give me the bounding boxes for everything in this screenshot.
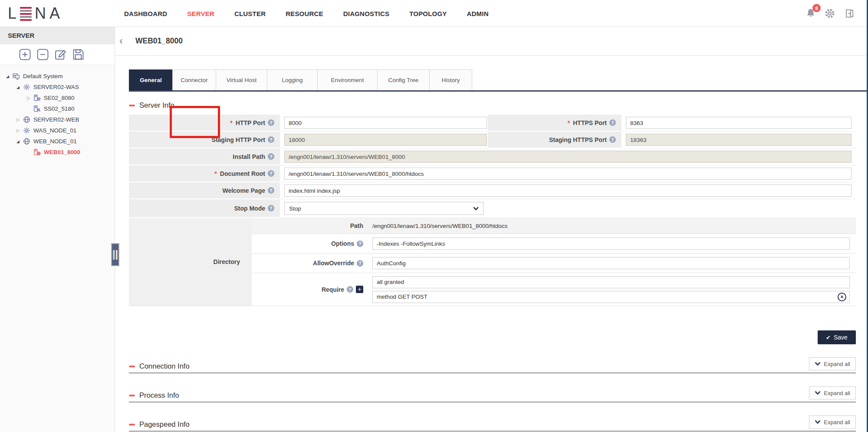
help-icon[interactable] bbox=[609, 136, 616, 143]
section-dash-icon bbox=[129, 395, 135, 396]
nav-admin[interactable]: ADMIN bbox=[467, 10, 489, 17]
install-path-input bbox=[284, 151, 852, 163]
expander-closed-icon[interactable] bbox=[16, 128, 23, 133]
was-node-icon bbox=[23, 127, 30, 134]
tree-item-ss02-5180[interactable]: SS02_5180 bbox=[0, 103, 115, 114]
remove-node-icon[interactable] bbox=[37, 49, 49, 60]
expand-all-label: Expand all bbox=[824, 361, 850, 367]
help-icon[interactable] bbox=[268, 119, 274, 126]
help-icon[interactable] bbox=[609, 119, 616, 126]
expand-all-pagespeed-button[interactable]: Expand all bbox=[809, 416, 856, 429]
expander-open-icon[interactable] bbox=[6, 74, 13, 79]
field-label: Staging HTTP Port bbox=[212, 136, 265, 143]
system-icon bbox=[13, 73, 20, 80]
field-label: HTTPS Port bbox=[573, 119, 607, 126]
nav-cluster[interactable]: CLUSTER bbox=[234, 10, 266, 17]
tab-logging[interactable]: Logging bbox=[267, 69, 318, 90]
welcome-page-input[interactable] bbox=[284, 185, 852, 197]
help-icon[interactable] bbox=[347, 286, 353, 293]
lena-logo[interactable]: L N A bbox=[8, 5, 60, 22]
expander-closed-icon[interactable] bbox=[16, 117, 23, 122]
tab-config-tree[interactable]: Config Tree bbox=[377, 69, 430, 90]
staging-http-port-label-cell: Staging HTTP Port bbox=[129, 132, 280, 148]
server-tree: Default System SERVER02-WAS SE02_8080 SS… bbox=[0, 65, 115, 158]
staging-http-port-field-cell bbox=[280, 132, 488, 148]
stop-mode-select[interactable]: Stop bbox=[284, 202, 483, 215]
expand-all-connection-button[interactable]: Expand all bbox=[809, 357, 856, 370]
tree-item-label: SERVER02-WAS bbox=[33, 84, 79, 90]
field-label: Path bbox=[350, 222, 363, 229]
nav-diagnostics[interactable]: DIAGNOSTICS bbox=[343, 10, 389, 17]
tree-item-label: SS02_5180 bbox=[44, 106, 75, 112]
field-label: Require bbox=[322, 286, 344, 293]
nav-resource[interactable]: RESOURCE bbox=[286, 10, 323, 17]
require-label-cell: Require bbox=[252, 286, 369, 293]
tab-connector[interactable]: Connector bbox=[172, 69, 216, 90]
save-button[interactable]: Save bbox=[818, 330, 856, 344]
nav-dashboard[interactable]: DASHBOARD bbox=[124, 10, 167, 17]
chevron-left-icon[interactable]: ‹ bbox=[119, 33, 123, 49]
tree-item-server02-was[interactable]: SERVER02-WAS bbox=[0, 82, 115, 92]
document-root-label-cell: Document Root bbox=[129, 165, 280, 182]
header-icons: 8 bbox=[805, 0, 855, 27]
stop-mode-field-cell: Stop bbox=[280, 199, 856, 218]
expand-all-label: Expand all bbox=[824, 419, 850, 425]
logout-icon[interactable] bbox=[844, 8, 855, 19]
tree-item-was-node-01[interactable]: WAS_NODE_01 bbox=[0, 125, 115, 136]
http-port-label-cell: HTTP Port bbox=[129, 115, 280, 132]
section-dash-icon bbox=[129, 105, 135, 106]
options-input[interactable] bbox=[372, 237, 850, 250]
staging-http-port-input bbox=[284, 134, 487, 146]
expander-open-icon[interactable] bbox=[16, 85, 23, 89]
logo-letter-l: L bbox=[8, 5, 17, 22]
help-icon[interactable] bbox=[357, 241, 363, 247]
section-title: Connection Info bbox=[139, 362, 190, 370]
help-icon[interactable] bbox=[268, 205, 274, 211]
require-input-2[interactable] bbox=[372, 291, 850, 303]
help-icon[interactable] bbox=[268, 136, 274, 143]
expander-open-icon[interactable] bbox=[16, 139, 23, 144]
web-node-icon bbox=[23, 116, 30, 123]
nav-topology[interactable]: TOPOLOGY bbox=[409, 10, 447, 17]
tree-item-label: WEB_NODE_01 bbox=[33, 138, 77, 145]
welcome-page-field-cell bbox=[280, 182, 856, 199]
tab-history[interactable]: History bbox=[429, 69, 472, 90]
content-body: General Connector Virtual Host Logging E… bbox=[115, 69, 867, 432]
tree-item-se02-8080[interactable]: SE02_8080 bbox=[0, 92, 115, 103]
gear-icon[interactable] bbox=[825, 8, 836, 19]
install-path-field-cell bbox=[280, 148, 856, 165]
directory-path-row: Path /engn001/lenaw/1.310/servers/WEB01_… bbox=[252, 218, 856, 234]
document-root-input[interactable] bbox=[284, 168, 852, 180]
http-port-input[interactable] bbox=[284, 117, 487, 129]
nav-server[interactable]: SERVER bbox=[187, 10, 214, 17]
add-require-button[interactable] bbox=[356, 286, 363, 293]
tab-virtual-host[interactable]: Virtual Host bbox=[216, 69, 267, 90]
require-input-1[interactable] bbox=[372, 276, 850, 288]
add-node-icon[interactable] bbox=[19, 49, 31, 60]
welcome-page-label-cell: Welcome Page bbox=[129, 182, 280, 199]
field-label: Stop Mode bbox=[234, 205, 265, 212]
expander-closed-icon[interactable] bbox=[27, 96, 33, 100]
edit-node-icon[interactable] bbox=[55, 49, 66, 60]
directory-require-row: Require bbox=[252, 273, 856, 306]
save-tree-icon[interactable] bbox=[72, 49, 84, 60]
tab-general[interactable]: General bbox=[129, 69, 173, 90]
tree-item-web01-8000[interactable]: WEB01_8000 bbox=[0, 147, 115, 158]
remove-require-icon[interactable] bbox=[838, 293, 846, 301]
allowoverride-input[interactable] bbox=[372, 257, 850, 269]
help-icon[interactable] bbox=[268, 187, 274, 194]
required-star bbox=[568, 119, 570, 126]
logo-letter-n: N bbox=[35, 5, 46, 22]
expand-all-process-button[interactable]: Expand all bbox=[809, 386, 856, 399]
tree-item-server02-web[interactable]: SERVER02-WEB bbox=[0, 114, 115, 125]
tab-environment[interactable]: Environment bbox=[317, 69, 378, 90]
chevron-down-icon bbox=[473, 206, 479, 211]
https-port-input[interactable] bbox=[626, 117, 852, 129]
help-icon[interactable] bbox=[268, 170, 274, 177]
tree-item-default-system[interactable]: Default System bbox=[0, 71, 115, 82]
sidebar-splitter-handle[interactable] bbox=[111, 243, 119, 266]
tree-item-web-node-01[interactable]: WEB_NODE_01 bbox=[0, 136, 115, 147]
help-icon[interactable] bbox=[357, 260, 363, 267]
help-icon[interactable] bbox=[268, 153, 274, 160]
bell-icon[interactable]: 8 bbox=[805, 8, 816, 19]
